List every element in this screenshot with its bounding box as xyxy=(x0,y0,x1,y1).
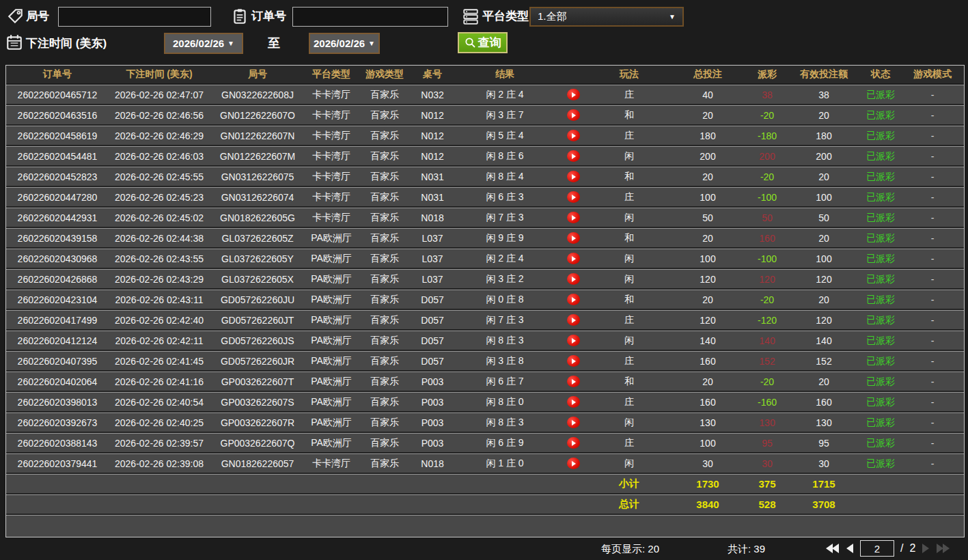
cell-bet-time: 2026-02-26 02:39:08 xyxy=(109,453,210,474)
subtotal-label: 小计 xyxy=(590,474,669,494)
col-header-platform: 平台类型 xyxy=(305,66,357,85)
cell-bet-time: 2026-02-26 02:41:45 xyxy=(109,351,210,372)
date-from-picker[interactable]: 2026/02/26 ▼ xyxy=(164,33,243,54)
cell-platform: PA欧洲厅 xyxy=(305,412,357,433)
cell-platform: PA欧洲厅 xyxy=(305,433,357,453)
cell-valid-bet: 20 xyxy=(788,228,860,249)
next-page-icon[interactable] xyxy=(922,543,930,554)
cell-platform: 卡卡湾厅 xyxy=(305,85,357,105)
cell-game-type: 百家乐 xyxy=(357,126,412,146)
cell-table-no: N012 xyxy=(412,126,453,146)
play-icon[interactable] xyxy=(567,273,580,285)
cell-status: 已派彩 xyxy=(860,126,901,146)
page-number-input[interactable] xyxy=(860,540,894,557)
platform-type-select[interactable]: 1.全部 ▼ xyxy=(529,7,684,27)
play-icon[interactable] xyxy=(567,150,580,162)
prev-page-icon[interactable] xyxy=(846,543,854,554)
play-icon[interactable] xyxy=(567,171,580,182)
cell-bet-time: 2026-02-26 02:46:03 xyxy=(109,146,210,167)
play-icon[interactable] xyxy=(567,253,580,264)
cell-game-mode: - xyxy=(901,433,964,453)
subtotal-payout: 375 xyxy=(747,474,788,494)
cell-game-mode: - xyxy=(901,126,964,146)
cell-order-no: 260226020458619 xyxy=(6,126,109,146)
play-icon[interactable] xyxy=(567,417,580,428)
play-icon[interactable] xyxy=(567,335,580,346)
cell-platform: PA欧洲厅 xyxy=(305,310,357,331)
first-page-icon[interactable] xyxy=(825,543,840,554)
cell-order-no: 260226020402064 xyxy=(6,372,109,392)
cell-game-no: GN0322622608J xyxy=(210,85,305,105)
cell-order-no: 260226020454481 xyxy=(6,146,109,167)
empty-filler-row xyxy=(6,515,964,537)
cell-table-no: N031 xyxy=(412,167,453,187)
play-icon[interactable] xyxy=(567,130,580,141)
cell-platform: PA欧洲厅 xyxy=(305,228,357,249)
cell-payout: 152 xyxy=(747,351,788,372)
table-row: 260226020463516 2026-02-26 02:46:56 GN01… xyxy=(6,105,964,126)
last-page-icon[interactable] xyxy=(936,543,950,554)
pagination: / 2 xyxy=(825,540,950,557)
play-icon[interactable] xyxy=(567,396,580,408)
cell-result: 闲 6 庄 9 xyxy=(453,433,557,453)
cell-bet-time: 2026-02-26 02:43:55 xyxy=(109,249,210,269)
play-icon[interactable] xyxy=(567,355,580,367)
cell-game-no: GL0372622605Y xyxy=(210,249,305,269)
cell-game-mode: - xyxy=(901,105,964,126)
total-row: 总计 3840 528 3708 xyxy=(6,494,964,515)
cell-total-bet: 120 xyxy=(669,310,747,331)
col-header-table-no: 桌号 xyxy=(412,66,453,85)
query-button[interactable]: 查询 xyxy=(458,32,508,53)
cell-payout: 38 xyxy=(747,85,788,105)
cell-game-no: GN01826226057 xyxy=(210,453,305,474)
table-row: 260226020417499 2026-02-26 02:42:40 GD05… xyxy=(6,310,964,331)
cell-bet-type: 庄 xyxy=(590,126,669,146)
cell-game-no: GD057262260JS xyxy=(210,331,305,351)
cell-platform: PA欧洲厅 xyxy=(305,372,357,392)
cell-valid-bet: 180 xyxy=(788,126,860,146)
cell-table-no: L037 xyxy=(412,269,453,290)
cell-payout: -20 xyxy=(747,105,788,126)
play-icon[interactable] xyxy=(567,458,580,469)
date-from-value: 2026/02/26 xyxy=(173,38,224,49)
order-no-input[interactable] xyxy=(292,7,448,27)
cell-total-bet: 100 xyxy=(669,433,747,453)
play-icon[interactable] xyxy=(567,89,580,100)
cell-valid-bet: 100 xyxy=(788,187,860,208)
cell-bet-type: 庄 xyxy=(590,85,669,105)
play-icon[interactable] xyxy=(567,191,580,203)
cell-payout: 95 xyxy=(747,433,788,453)
col-header-status: 状态 xyxy=(860,66,901,85)
cell-game-type: 百家乐 xyxy=(357,187,412,208)
cell-game-no: GN0182622605G xyxy=(210,208,305,228)
cell-game-type: 百家乐 xyxy=(357,85,412,105)
cell-bet-type: 闲 xyxy=(590,412,669,433)
cell-table-no: N031 xyxy=(412,187,453,208)
cell-game-type: 百家乐 xyxy=(357,269,412,290)
cell-table-no: N012 xyxy=(412,146,453,167)
col-header-order-no: 订单号 xyxy=(6,66,109,85)
play-icon[interactable] xyxy=(567,314,580,326)
play-icon[interactable] xyxy=(567,212,580,223)
play-icon[interactable] xyxy=(567,376,580,387)
cell-result: 闲 2 庄 4 xyxy=(453,249,557,269)
cell-order-no: 260226020430968 xyxy=(6,249,109,269)
cell-game-type: 百家乐 xyxy=(357,433,412,453)
cell-bet-type: 和 xyxy=(590,372,669,392)
cell-bet-type: 和 xyxy=(590,228,669,249)
cell-result: 闲 6 庄 3 xyxy=(453,187,557,208)
play-icon[interactable] xyxy=(567,232,580,244)
date-to-picker[interactable]: 2026/02/26 ▼ xyxy=(309,33,380,54)
play-icon[interactable] xyxy=(567,109,580,121)
cell-order-no: 260226020442931 xyxy=(6,208,109,228)
cell-bet-type: 闲 xyxy=(590,208,669,228)
cell-game-mode: - xyxy=(901,331,964,351)
cell-valid-bet: 20 xyxy=(788,167,860,187)
game-no-input[interactable] xyxy=(58,7,211,27)
cell-bet-time: 2026-02-26 02:43:29 xyxy=(109,269,210,290)
cell-game-mode: - xyxy=(901,187,964,208)
cell-platform: 卡卡湾厅 xyxy=(305,453,357,474)
table-row: 260226020452823 2026-02-26 02:45:55 GN03… xyxy=(6,167,964,187)
play-icon[interactable] xyxy=(567,437,580,449)
play-icon[interactable] xyxy=(567,294,580,305)
